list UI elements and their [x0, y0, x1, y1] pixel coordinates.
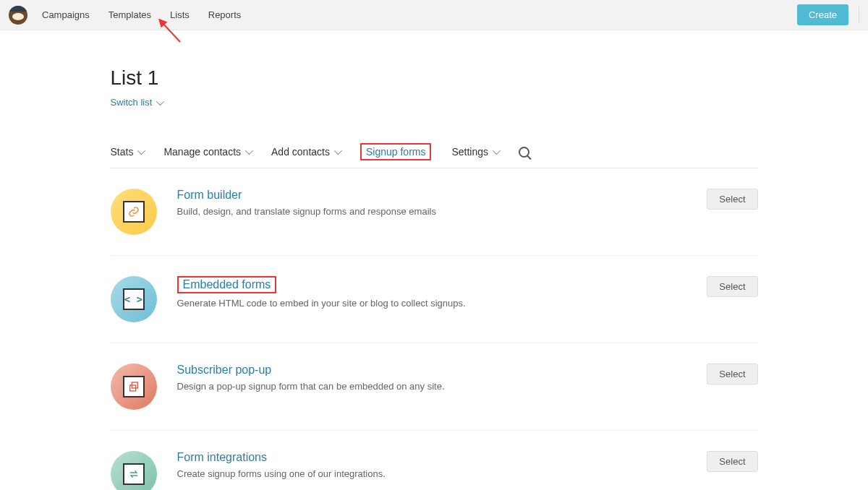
tab-bar: Stats Manage contacts Add contacts Signu… — [111, 143, 758, 168]
tab-add-contacts[interactable]: Add contacts — [271, 146, 340, 158]
switch-list-link[interactable]: Switch list — [111, 97, 163, 108]
logo-icon[interactable] — [9, 6, 27, 25]
list-item: Subscriber pop-up Design a pop-up signup… — [111, 343, 758, 431]
select-button[interactable]: Select — [707, 364, 757, 384]
form-integrations-link[interactable]: Form integrations — [177, 451, 268, 464]
chevron-down-icon — [334, 147, 342, 155]
subscriber-popup-link[interactable]: Subscriber pop-up — [177, 364, 272, 377]
main-content: List 1 Switch list Stats Manage contacts… — [111, 66, 758, 490]
tab-signup-forms[interactable]: Signup forms — [360, 143, 431, 160]
page-title: List 1 — [111, 66, 758, 90]
nav-lists[interactable]: Lists — [170, 9, 190, 20]
embedded-forms-desc: Generate HTML code to embed in your site… — [177, 298, 687, 309]
switch-list-label: Switch list — [111, 97, 153, 108]
form-builder-link[interactable]: Form builder — [177, 189, 242, 202]
chevron-down-icon — [137, 147, 145, 155]
nav-templates[interactable]: Templates — [109, 9, 151, 20]
embedded-forms-link[interactable]: Embedded forms — [177, 276, 277, 293]
form-integrations-icon — [111, 451, 157, 490]
tab-settings[interactable]: Settings — [451, 146, 498, 158]
tab-add-label: Add contacts — [271, 146, 330, 158]
subscriber-popup-desc: Design a pop-up signup form that can be … — [177, 381, 687, 392]
form-builder-icon — [111, 189, 157, 235]
create-button[interactable]: Create — [797, 4, 848, 25]
list-item: Form integrations Create signup forms us… — [111, 431, 758, 490]
select-button[interactable]: Select — [707, 451, 757, 472]
divider — [859, 7, 859, 24]
tab-manage-label: Manage contacts — [163, 146, 241, 158]
tab-settings-label: Settings — [451, 146, 488, 158]
tab-stats[interactable]: Stats — [111, 146, 144, 158]
form-integrations-desc: Create signup forms using one of our int… — [177, 468, 687, 479]
main-nav: Campaigns Templates Lists Reports — [42, 9, 241, 20]
nav-campaigns[interactable]: Campaigns — [42, 9, 90, 20]
tab-manage-contacts[interactable]: Manage contacts — [163, 146, 251, 158]
chevron-down-icon — [493, 147, 501, 155]
list-item: Form builder Build, design, and translat… — [111, 168, 758, 256]
chevron-down-icon — [245, 147, 253, 155]
subscriber-popup-icon — [111, 364, 157, 410]
embedded-forms-icon: < > — [111, 276, 157, 322]
top-bar: Campaigns Templates Lists Reports Create — [0, 0, 868, 30]
chevron-down-icon — [156, 97, 164, 105]
search-icon[interactable] — [519, 147, 529, 158]
select-button[interactable]: Select — [707, 276, 757, 297]
tab-stats-label: Stats — [111, 146, 134, 158]
list-item: < > Embedded forms Generate HTML code to… — [111, 256, 758, 343]
form-builder-desc: Build, design, and translate signup form… — [177, 206, 687, 217]
nav-reports[interactable]: Reports — [208, 9, 242, 20]
select-button[interactable]: Select — [707, 189, 757, 210]
